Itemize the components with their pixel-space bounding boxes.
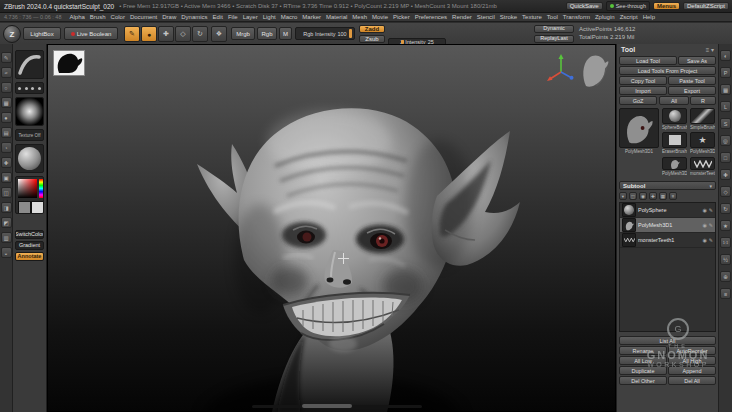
- menu-layer[interactable]: Layer: [243, 14, 258, 20]
- eye-icon[interactable]: ◉: [702, 207, 706, 213]
- floor-icon[interactable]: ▦: [720, 84, 731, 95]
- frame-icon[interactable]: □: [720, 152, 731, 163]
- m-button[interactable]: M: [279, 27, 292, 40]
- canvas-scrollbar-handle[interactable]: [302, 404, 352, 408]
- picker-icon[interactable]: ◔: [1, 142, 12, 153]
- zbrush-logo-icon[interactable]: Z: [3, 25, 21, 43]
- menu-light[interactable]: Light: [263, 14, 276, 20]
- visibility-icon[interactable]: ◉: [639, 192, 647, 200]
- paint-icon[interactable]: ✎: [709, 237, 713, 243]
- rgb-intensity-thumb[interactable]: [349, 29, 352, 38]
- menu-texture[interactable]: Texture: [522, 14, 542, 20]
- menu-material[interactable]: Material: [326, 14, 347, 20]
- menu-movie[interactable]: Movie: [372, 14, 388, 20]
- menu-help[interactable]: Help: [643, 14, 655, 20]
- del-other-button[interactable]: Del Other: [619, 376, 667, 385]
- aahalf-icon[interactable]: ½: [720, 254, 731, 265]
- paint-icon[interactable]: ✎: [709, 222, 713, 228]
- palette-icon[interactable]: ▤: [1, 127, 12, 138]
- goz-button[interactable]: GoZ: [619, 96, 657, 105]
- split-icon[interactable]: ◫: [1, 187, 12, 198]
- material-thumbnail[interactable]: [15, 144, 44, 173]
- lightbox-button[interactable]: LightBox: [23, 27, 61, 40]
- hue-strip-icon[interactable]: [39, 179, 43, 198]
- stroke-thumbnail[interactable]: [15, 82, 44, 94]
- polyframe-icon[interactable]: ▦: [659, 192, 667, 200]
- rotate-icon[interactable]: ↻: [720, 203, 731, 214]
- subtool-header[interactable]: Subtool ▾: [619, 181, 716, 190]
- texture-icon[interactable]: ▦: [1, 97, 12, 108]
- menu-brush[interactable]: Brush: [90, 14, 106, 20]
- local-icon[interactable]: L: [720, 101, 731, 112]
- default-zscript-button[interactable]: DefaultZScript: [683, 2, 729, 10]
- color-picker[interactable]: [15, 176, 44, 214]
- all-high-button[interactable]: All High: [668, 356, 716, 365]
- autoreorder-button[interactable]: AutoReorder: [668, 346, 716, 355]
- live-boolean-button[interactable]: Live Boolean: [64, 27, 118, 40]
- menu-preferences[interactable]: Preferences: [415, 14, 447, 20]
- menu-picker[interactable]: Picker: [393, 14, 410, 20]
- menu-tool[interactable]: Tool: [547, 14, 558, 20]
- replay-last-button[interactable]: ReplayLast: [534, 35, 574, 43]
- r-button[interactable]: R: [690, 96, 716, 105]
- subtool-row-polysphere[interactable]: PolySphere ◉ ✎: [620, 203, 715, 218]
- scale-mode-icon[interactable]: ◇: [175, 26, 191, 42]
- sculptris-pencil-icon[interactable]: ✎: [124, 26, 140, 42]
- scroll-icon[interactable]: ≡: [720, 288, 731, 299]
- load-tools-from-project-button[interactable]: Load Tools From Project: [619, 66, 716, 75]
- texture-thumbnail[interactable]: Texture Off: [15, 129, 44, 141]
- active-tool-thumbnail[interactable]: [619, 108, 659, 148]
- menus-button[interactable]: Menus: [653, 2, 680, 10]
- contrast-icon[interactable]: ◒: [1, 247, 12, 258]
- menu-color[interactable]: Color: [111, 14, 125, 20]
- append-button[interactable]: Append: [668, 366, 716, 375]
- material-icon[interactable]: ●: [1, 112, 12, 123]
- subtool-menu-icon[interactable]: ≡: [669, 192, 677, 200]
- gradient-button[interactable]: Gradient: [15, 241, 44, 250]
- sv-square-icon[interactable]: [18, 179, 37, 198]
- alpha-thumbnail[interactable]: [15, 97, 44, 126]
- move-mode-icon[interactable]: ✚: [158, 26, 174, 42]
- menu-draw[interactable]: Draw: [162, 14, 176, 20]
- menu-marker[interactable]: Marker: [302, 14, 321, 20]
- sculpt-model[interactable]: [47, 44, 616, 412]
- quickpick-eraser-thumbnail[interactable]: [662, 132, 687, 148]
- dynamic-button[interactable]: Dynamic: [534, 25, 574, 33]
- all-low-button[interactable]: All Low: [619, 356, 667, 365]
- switch-color-button[interactable]: SwitchColor: [15, 230, 44, 239]
- see-through-slider[interactable]: See-through: [606, 1, 650, 11]
- load-tool-button[interactable]: Load Tool: [619, 56, 677, 65]
- alpha-icon[interactable]: ○: [1, 82, 12, 93]
- menu-zplugin[interactable]: Zplugin: [595, 14, 615, 20]
- paste-tool-button[interactable]: Paste Tool: [668, 76, 716, 85]
- eye-icon[interactable]: ◉: [702, 222, 706, 228]
- paint-icon[interactable]: ✎: [709, 207, 713, 213]
- add-subtool-icon[interactable]: ✚: [649, 192, 657, 200]
- export-button[interactable]: Export: [668, 86, 716, 95]
- quicksave-button[interactable]: QuickSave: [566, 2, 603, 10]
- copy-tool-button[interactable]: Copy Tool: [619, 76, 667, 85]
- panel-menu-icon[interactable]: ≡ ▾: [706, 46, 714, 53]
- rename-button[interactable]: Rename: [619, 346, 667, 355]
- quickpick-sphere-thumbnail[interactable]: [662, 108, 687, 124]
- rotate-mode-icon[interactable]: ↻: [192, 26, 208, 42]
- shade-icon[interactable]: ◨: [1, 202, 12, 213]
- all-button[interactable]: All: [659, 96, 689, 105]
- quickpick-polymesh-thumbnail[interactable]: ★: [690, 132, 715, 148]
- recent-head-thumbnail[interactable]: [662, 157, 687, 170]
- primary-color-swatch[interactable]: [18, 201, 31, 214]
- corner-icon[interactable]: ◩: [1, 217, 12, 228]
- silhouette-thumbnail[interactable]: [53, 50, 85, 76]
- add-icon[interactable]: ✚: [1, 157, 12, 168]
- menu-mesh[interactable]: Mesh: [352, 14, 367, 20]
- menu-document[interactable]: Document: [130, 14, 157, 20]
- zadd-button[interactable]: Zadd: [359, 25, 385, 33]
- duplicate-button[interactable]: Duplicate: [619, 366, 667, 375]
- draw-mode-icon[interactable]: ●: [141, 26, 157, 42]
- menu-stencil[interactable]: Stencil: [477, 14, 495, 20]
- sculpt-canvas[interactable]: [47, 44, 616, 412]
- lsym-icon[interactable]: S: [720, 118, 731, 129]
- expand-icon[interactable]: ▾: [619, 192, 627, 200]
- bpr-icon[interactable]: ◐: [720, 50, 731, 61]
- scale-icon[interactable]: ◇: [720, 186, 731, 197]
